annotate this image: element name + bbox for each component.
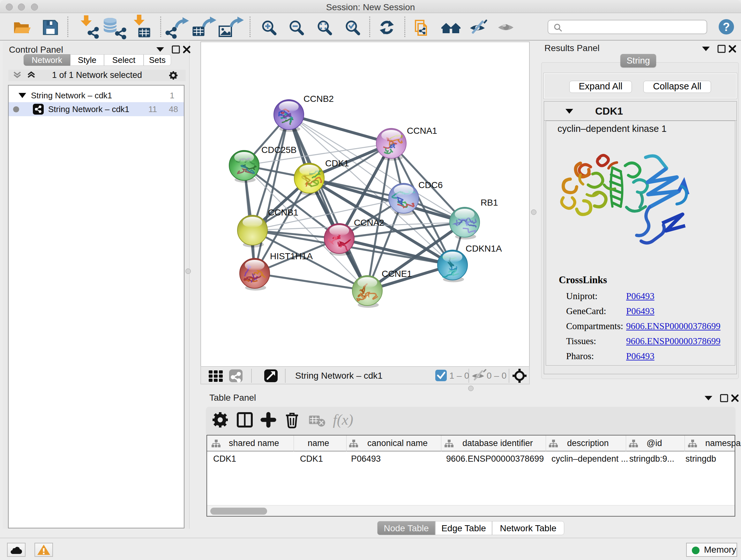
svg-text:CCNB1: CCNB1 — [268, 207, 298, 217]
svg-text:RB1: RB1 — [481, 198, 498, 207]
svg-text:CCNB2: CCNB2 — [304, 94, 334, 104]
svg-text:HIST1H1A: HIST1H1A — [270, 251, 313, 261]
svg-text:?: ? — [723, 20, 730, 34]
svg-text:CCNA2: CCNA2 — [354, 218, 384, 228]
svg-text:CCNA1: CCNA1 — [407, 126, 437, 136]
svg-text:CDC25B: CDC25B — [261, 145, 296, 155]
svg-text:f(x): f(x) — [333, 412, 353, 428]
svg-text:CCNE1: CCNE1 — [382, 269, 412, 279]
svg-text:CDKN1A: CDKN1A — [466, 244, 502, 253]
svg-text:CDC6: CDC6 — [418, 180, 443, 190]
svg-text:CDK1: CDK1 — [325, 159, 349, 168]
